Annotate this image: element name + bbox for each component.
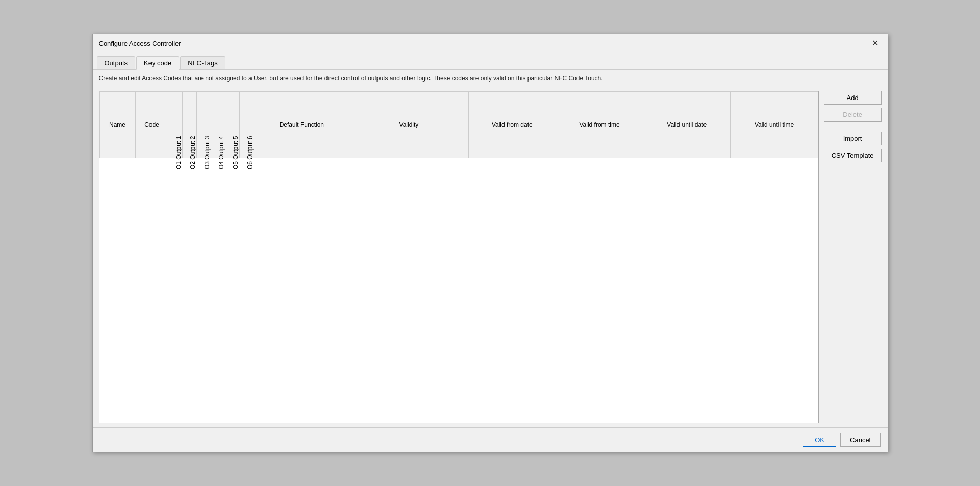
col-o3: O3 Output 3 (197, 91, 211, 158)
col-name: Name (99, 91, 135, 158)
col-valid-from-time: Valid from time (556, 91, 643, 158)
description-text: Create and edit Access Codes that are no… (93, 70, 888, 87)
tab-keycode[interactable]: Key code (136, 56, 179, 70)
tabs-bar: Outputs Key code NFC-Tags (93, 53, 888, 70)
sidebar-buttons: Add Delete Import CSV Template (824, 91, 882, 423)
ok-button[interactable]: OK (803, 433, 836, 447)
col-o6: O6 Output 6 (240, 91, 254, 158)
col-o1: O1 Output 1 (168, 91, 183, 158)
col-o4: O4 Output 4 (211, 91, 225, 158)
col-o5: O5 Output 5 (225, 91, 240, 158)
tab-nfc-tags[interactable]: NFC-Tags (180, 56, 225, 69)
col-valid-until-time: Valid until time (731, 91, 818, 158)
dialog-title: Configure Access Controller (99, 40, 181, 47)
import-button[interactable]: Import (824, 132, 882, 145)
close-button[interactable]: ✕ (869, 38, 882, 48)
col-valid-until-date: Valid until date (643, 91, 731, 158)
key-code-table-container[interactable]: Name Code O1 Output 1 O2 Output 2 O3 Out… (99, 91, 819, 423)
configure-access-controller-dialog: Configure Access Controller ✕ Outputs Ke… (92, 34, 888, 452)
delete-button[interactable]: Delete (824, 108, 882, 121)
col-o2: O2 Output 2 (183, 91, 197, 158)
csv-template-button[interactable]: CSV Template (824, 149, 882, 162)
footer: OK Cancel (93, 427, 888, 452)
col-valid-from-date: Valid from date (468, 91, 556, 158)
cancel-button[interactable]: Cancel (840, 433, 880, 447)
col-validity: Validity (349, 91, 468, 158)
title-bar: Configure Access Controller ✕ (93, 34, 888, 53)
col-default-function: Default Function (254, 91, 349, 158)
col-code: Code (135, 91, 168, 158)
tab-outputs[interactable]: Outputs (97, 56, 136, 69)
key-code-table: Name Code O1 Output 1 O2 Output 2 O3 Out… (99, 91, 818, 158)
content-area: Name Code O1 Output 1 O2 Output 2 O3 Out… (93, 87, 888, 427)
add-button[interactable]: Add (824, 91, 882, 105)
